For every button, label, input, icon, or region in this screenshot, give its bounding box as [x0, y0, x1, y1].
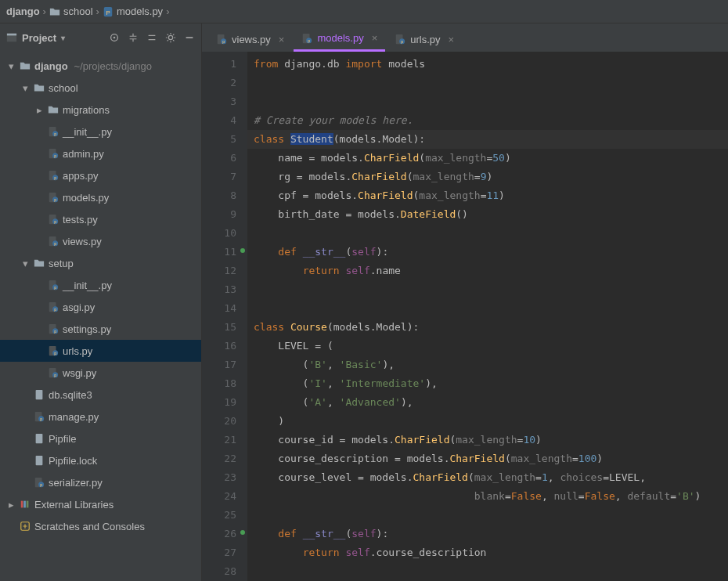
- code-line[interactable]: birth_date = models.DateField(): [247, 205, 728, 224]
- editor-tab-models-py[interactable]: p models.py ×: [294, 27, 385, 52]
- code-line[interactable]: course_description = models.CharField(ma…: [247, 449, 728, 468]
- line-number[interactable]: 16: [202, 337, 247, 355]
- line-number[interactable]: 3: [202, 92, 247, 111]
- code-line[interactable]: [247, 299, 728, 318]
- editor-tab-urls-py[interactable]: p urls.py ×: [387, 27, 462, 52]
- tree-file-admin-py[interactable]: p admin.py: [0, 143, 201, 164]
- editor-tab-views-py[interactable]: p views.py ×: [208, 27, 292, 52]
- code-line[interactable]: class Student(models.Model):: [247, 130, 728, 149]
- tree-file-tests-py[interactable]: p tests.py: [0, 208, 201, 230]
- line-number[interactable]: 11: [202, 243, 247, 262]
- code-line[interactable]: def __str__(self):: [247, 525, 728, 543]
- code-line[interactable]: from django.db import models: [247, 55, 728, 74]
- code-line[interactable]: [247, 562, 728, 581]
- code-line[interactable]: name = models.CharField(max_length=50): [247, 149, 728, 168]
- line-number[interactable]: 27: [202, 543, 247, 562]
- breadcrumb-item-1[interactable]: school: [49, 5, 93, 17]
- tree-arrow-icon[interactable]: ▾: [20, 82, 30, 94]
- breadcrumb-item-2[interactable]: P models.py: [103, 5, 163, 17]
- code-line[interactable]: class Course(models.Model):: [247, 318, 728, 337]
- code-line[interactable]: [247, 224, 728, 243]
- code-line[interactable]: [247, 92, 728, 111]
- line-number[interactable]: 12: [202, 262, 247, 280]
- tree-file-apps-py[interactable]: p apps.py: [0, 164, 201, 186]
- code-line[interactable]: def __str__(self):: [247, 243, 728, 262]
- line-number[interactable]: 13: [202, 280, 247, 299]
- code-line[interactable]: course_level = models.CharField(max_leng…: [247, 468, 728, 487]
- code-line[interactable]: [247, 506, 728, 525]
- line-number[interactable]: 2: [202, 74, 247, 92]
- close-icon[interactable]: ×: [372, 32, 378, 44]
- tree-file-urls-py[interactable]: p urls.py: [0, 340, 201, 362]
- line-number[interactable]: 4: [202, 111, 247, 130]
- expand-all-icon[interactable]: [128, 32, 139, 43]
- override-gutter-icon[interactable]: [240, 247, 246, 254]
- code-line[interactable]: [247, 280, 728, 299]
- override-gutter-icon[interactable]: [240, 529, 246, 536]
- line-number[interactable]: 14: [202, 299, 247, 318]
- editor-code[interactable]: from django.db import models# Create you…: [247, 52, 728, 581]
- line-number[interactable]: 10: [202, 224, 247, 243]
- line-number[interactable]: 24: [202, 487, 247, 506]
- line-number[interactable]: 25: [202, 506, 247, 525]
- code-editor[interactable]: 1234567891011121314151617181920212223242…: [202, 52, 728, 581]
- tree-file-models-py[interactable]: p models.py: [0, 186, 201, 208]
- line-number[interactable]: 1: [202, 55, 247, 74]
- code-line[interactable]: course_id = models.CharField(max_length=…: [247, 431, 728, 449]
- line-number[interactable]: 22: [202, 449, 247, 468]
- close-icon[interactable]: ×: [449, 34, 455, 45]
- code-line[interactable]: rg = models.CharField(max_length=9): [247, 168, 728, 186]
- breadcrumb-item-0[interactable]: django: [6, 5, 40, 17]
- line-number[interactable]: 19: [202, 393, 247, 412]
- code-line[interactable]: blank=False, null=False, default='B'): [247, 487, 728, 506]
- close-icon[interactable]: ×: [279, 34, 285, 45]
- code-line[interactable]: ('A', 'Advanced'),: [247, 393, 728, 412]
- project-view-selector[interactable]: Project ▾: [6, 32, 65, 44]
- hide-icon[interactable]: [184, 32, 195, 43]
- tree-arrow-icon[interactable]: ▾: [20, 258, 30, 269]
- tree-folder-school[interactable]: ▾ school: [0, 77, 201, 99]
- line-number[interactable]: 26: [202, 525, 247, 543]
- line-number[interactable]: 15: [202, 318, 247, 337]
- gear-icon[interactable]: [165, 32, 176, 43]
- tree-file-db-sqlite3[interactable]: db.sqlite3: [0, 384, 201, 406]
- code-line[interactable]: ('B', 'Basic'),: [247, 355, 728, 374]
- code-line[interactable]: ('I', 'Intermediate'),: [247, 374, 728, 393]
- code-line[interactable]: return self.name: [247, 262, 728, 280]
- tree-scratches[interactable]: Scratches and Consoles: [0, 515, 201, 537]
- tree-file-settings-py[interactable]: p settings.py: [0, 318, 201, 340]
- line-number[interactable]: 7: [202, 168, 247, 186]
- line-number[interactable]: 28: [202, 562, 247, 581]
- tree-file-asgi-py[interactable]: p asgi.py: [0, 296, 201, 318]
- line-number[interactable]: 8: [202, 186, 247, 205]
- code-line[interactable]: # Create your models here.: [247, 111, 728, 130]
- tree-root[interactable]: ▾ django ~/projects/django: [0, 55, 201, 77]
- tree-arrow-icon[interactable]: ▸: [34, 104, 44, 116]
- line-number[interactable]: 21: [202, 431, 247, 449]
- select-opened-file-icon[interactable]: [109, 32, 120, 43]
- tree-arrow-icon[interactable]: ▸: [6, 499, 16, 511]
- tree-arrow-icon[interactable]: ▾: [6, 60, 16, 72]
- tree-file-wsgi-py[interactable]: p wsgi.py: [0, 362, 201, 384]
- tree-folder-migrations[interactable]: ▸ migrations: [0, 99, 201, 121]
- collapse-all-icon[interactable]: [146, 32, 157, 43]
- tree-folder-setup[interactable]: ▾ setup: [0, 252, 201, 274]
- tree-external-libraries[interactable]: ▸ External Libraries: [0, 493, 201, 515]
- line-number[interactable]: 9: [202, 205, 247, 224]
- code-line[interactable]: return self.course_description: [247, 543, 728, 562]
- tree-file-Pipfile-lock[interactable]: Pipfile.lock: [0, 449, 201, 471]
- line-number[interactable]: 5: [202, 130, 247, 149]
- code-line[interactable]: cpf = models.CharField(max_length=11): [247, 186, 728, 205]
- tree-file-__init__-py[interactable]: p __init__.py: [0, 274, 201, 296]
- tree-file-manage-py[interactable]: p manage.py: [0, 406, 201, 428]
- tree-file-views-py[interactable]: p views.py: [0, 230, 201, 252]
- tree-file-__init__-py[interactable]: p __init__.py: [0, 121, 201, 143]
- tree-file-Pipfile[interactable]: Pipfile: [0, 428, 201, 449]
- line-number[interactable]: 18: [202, 374, 247, 393]
- code-line[interactable]: [247, 74, 728, 92]
- line-number[interactable]: 23: [202, 468, 247, 487]
- line-number[interactable]: 6: [202, 149, 247, 168]
- line-number[interactable]: 17: [202, 355, 247, 374]
- code-line[interactable]: LEVEL = (: [247, 337, 728, 355]
- tree-file-serializer-py[interactable]: p serializer.py: [0, 471, 201, 493]
